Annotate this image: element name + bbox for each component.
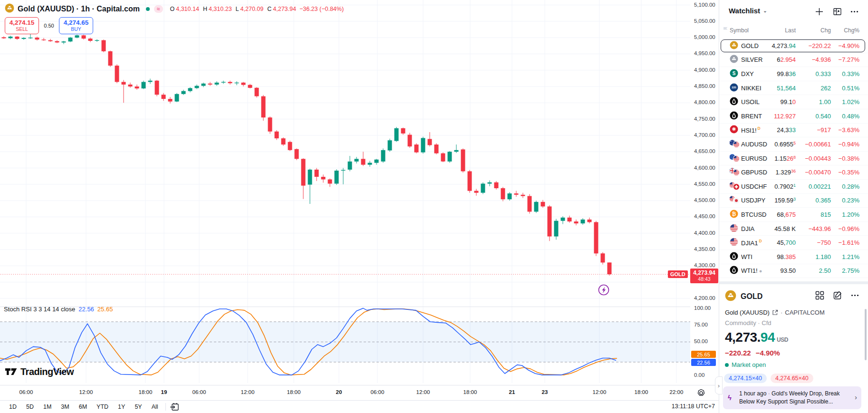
- range-button-1d[interactable]: 1D: [6, 403, 20, 411]
- watchlist-row-usdchf[interactable]: USDCHF0.790210.002210.28%: [719, 180, 868, 194]
- time-axis-label: 22:00: [670, 389, 684, 395]
- range-button-3m[interactable]: 3M: [58, 403, 72, 411]
- range-button-ytd[interactable]: YTD: [93, 403, 112, 411]
- watchlist-chgp: 2.75%: [831, 267, 859, 274]
- range-button-1m[interactable]: 1M: [40, 403, 55, 411]
- panel-collapse-handle[interactable]: ›: [715, 376, 723, 394]
- price-axis[interactable]: 5,100.005,050.005,000.004,950.004,900.00…: [690, 0, 719, 385]
- watchlist-last: 1.32936: [767, 169, 796, 176]
- watchlist-chg: −0.00443: [796, 155, 831, 162]
- column-header-symbol[interactable]: Symbol: [730, 27, 767, 34]
- ohlc-values: O4,310.14H4,310.23L4,270.09C4,273.94: [170, 6, 296, 12]
- time-axis[interactable]: 06:0012:0018:001906:0012:0018:002006:001…: [0, 385, 719, 400]
- stoch-rsi-legend[interactable]: Stoch RSI 3 3 14 14 close 22.56 25.65: [4, 306, 113, 313]
- news-card[interactable]: ϟ 1 hour ago · Gold's Weekly Drop, Break…: [723, 386, 861, 409]
- watchlist-title-menu[interactable]: Watchlist ⌄: [729, 7, 767, 15]
- gold-icon: [730, 41, 741, 51]
- svg-text:₿: ₿: [732, 211, 736, 217]
- watchlist-row-nikkei[interactable]: 225NIKKEI51,5642620.51%: [719, 81, 868, 96]
- silver-icon: [730, 55, 741, 65]
- sell-button[interactable]: 4,274.15 SELL: [5, 17, 39, 34]
- range-button-1y[interactable]: 1Y: [115, 403, 128, 411]
- add-symbol-button[interactable]: [813, 6, 825, 17]
- watchlist-chg: 2.50: [796, 267, 831, 274]
- watchlist-row-brent[interactable]: BRENT112.9270.5400.48%: [719, 109, 868, 124]
- chart-header: Gold (XAUUSD) · 1h · Capital.com ≈ O4,31…: [5, 4, 344, 14]
- symbol-title[interactable]: Gold (XAUUSD) · 1h · Capital.com: [18, 5, 140, 13]
- watchlist-row-silver[interactable]: SILVER62.954−4.936−7.27%: [719, 53, 868, 67]
- detail-more-icon[interactable]: [849, 289, 861, 301]
- watchlist-symbol: DXY: [741, 70, 767, 77]
- watchlist-chg: 1.180: [796, 253, 831, 260]
- column-header-chg[interactable]: Chg: [796, 27, 831, 34]
- range-button-5y[interactable]: 5Y: [131, 403, 145, 411]
- edit-icon[interactable]: [831, 289, 844, 301]
- column-header-chgp[interactable]: Chg%: [831, 27, 859, 34]
- watchlist-row-djia1[interactable]: DJIA1D45,700−750−1.61%: [719, 236, 868, 250]
- range-button-all[interactable]: All: [148, 403, 162, 411]
- watchlist-row-dxy[interactable]: SDXY99.8360.3330.33%: [719, 67, 868, 81]
- price-axis-label: 5,050.00: [694, 18, 715, 24]
- layout-grid-icon[interactable]: [813, 289, 826, 301]
- watchlist-symbol: WTI: [741, 253, 767, 260]
- go-to-date-button[interactable]: [170, 403, 180, 412]
- watchlist-row-gold[interactable]: GOLD4,273.94−220.22−4.90%: [719, 39, 868, 53]
- watchlist-more-icon[interactable]: [849, 6, 860, 17]
- detail-symbol-name[interactable]: Gold (XAUUSD): [725, 309, 770, 316]
- watchlist-chg: −0.00661: [796, 141, 831, 148]
- price-axis-label: 4,650.00: [694, 148, 715, 154]
- price-axis-label: 4,900.00: [694, 67, 715, 73]
- watchlist-row-wti1[interactable]: WTI1!●93.502.502.75%: [719, 264, 868, 279]
- sell-label: SELL: [16, 27, 28, 32]
- watchlist-chgp: 0.23%: [831, 197, 859, 204]
- watchlist-row-btcusd[interactable]: ₿BTCUSD68,6758151.20%: [719, 208, 868, 222]
- column-header-last[interactable]: Last: [767, 27, 796, 34]
- bid-pill[interactable]: 4,274.15×40: [724, 374, 767, 383]
- buy-button[interactable]: 4,274.65 BUY: [59, 17, 93, 34]
- watchlist-chgp: −3.63%: [831, 126, 859, 134]
- panel-scrollbar[interactable]: [865, 309, 867, 360]
- price-axis-label: 4,200.00: [694, 295, 715, 301]
- time-axis-label: 06:00: [193, 389, 206, 395]
- watchlist-title: Watchlist: [729, 7, 760, 15]
- watchlist-row-usoil[interactable]: USOIL99.101.001.02%: [719, 95, 868, 109]
- flag-icon[interactable]: [723, 27, 730, 34]
- flag-US-icon: [730, 238, 741, 248]
- watchlist-last: 45.58 K: [767, 225, 796, 232]
- oil-icon: [730, 111, 741, 121]
- tradingview-logo[interactable]: TradingView: [5, 366, 74, 377]
- watchlist-row-hsi1[interactable]: ✻HSI1!D24,333−917−3.63%: [719, 124, 868, 138]
- detail-symbol-title[interactable]: GOLD: [741, 292, 762, 301]
- spread-value: 0.50: [39, 23, 59, 29]
- stoch-axis-label: 50.00: [694, 338, 708, 344]
- ask-pill[interactable]: 4,274.65×40: [771, 374, 813, 383]
- symbol-row: Gold (XAUUSD) · 1h · Capital.com ≈ O4,31…: [5, 4, 344, 14]
- candlestick-chart[interactable]: [0, 0, 690, 385]
- session-clock-icon[interactable]: [696, 388, 706, 400]
- range-button-5d[interactable]: 5D: [23, 403, 37, 411]
- timezone-clock[interactable]: 13:11:18 UTC+7: [672, 403, 715, 410]
- delayed-data-icon[interactable]: ≈: [154, 5, 163, 13]
- external-link-icon[interactable]: [772, 309, 778, 316]
- last-price-value: 4,273.94: [690, 269, 718, 276]
- market-status-dot-icon[interactable]: [146, 7, 150, 11]
- watchlist-row-wti[interactable]: WTI98.3851.1801.21%: [719, 250, 868, 264]
- dxy-icon: S: [730, 69, 741, 79]
- watchlist-row-gbpusd[interactable]: GBPUSD1.32936−0.00470−0.35%: [719, 165, 868, 180]
- watchlist-layout-icon[interactable]: [831, 6, 843, 17]
- watchlist-row-usdjpy[interactable]: USDJPY159.5930.3650.23%: [719, 194, 868, 208]
- ohlc-value: 4,273.94: [273, 6, 296, 12]
- range-button-6m[interactable]: 6M: [76, 403, 90, 411]
- watchlist-row-djia[interactable]: DJIA45.58 K−443.96−0.96%: [719, 222, 868, 236]
- watchlist-row-audusd[interactable]: AUDUSD0.69555−0.00661−0.94%: [719, 137, 868, 152]
- ohlc-value: 4,310.23: [209, 6, 232, 12]
- oil-icon: [730, 252, 741, 262]
- detail-change-percent: −4.90%: [756, 349, 780, 357]
- price-axis-label: 4,300.00: [694, 262, 715, 268]
- watchlist-row-eurusd[interactable]: EURUSD1.15268−0.00443−0.38%: [719, 152, 868, 166]
- stoch-value-badge: 22.56: [691, 359, 716, 366]
- watchlist-last: 159.593: [767, 197, 796, 204]
- price-axis-label: 4,800.00: [694, 99, 715, 105]
- ohlc-value: 4,310.14: [176, 6, 199, 12]
- watchlist-chg: 0.00221: [796, 183, 831, 190]
